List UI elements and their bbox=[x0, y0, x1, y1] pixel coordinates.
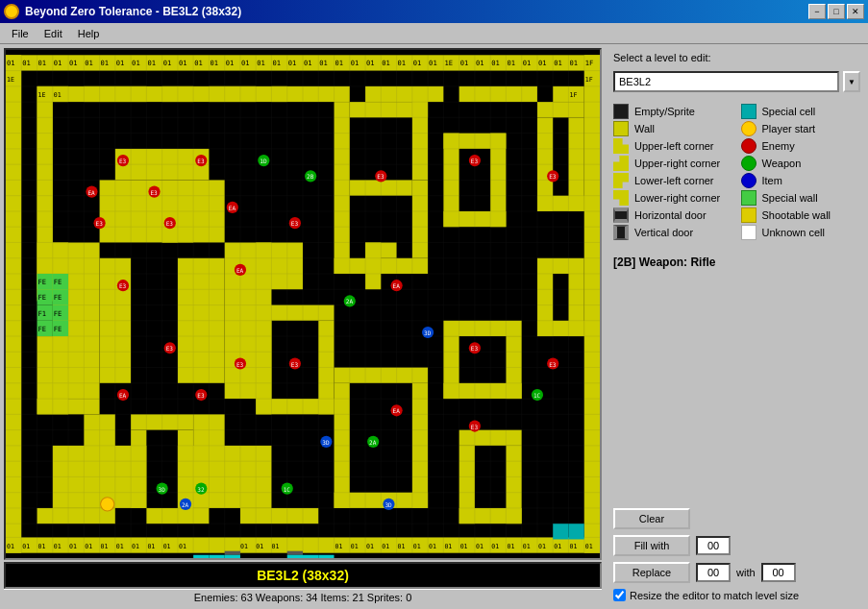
replace-row: Replace with bbox=[613, 562, 860, 583]
svg-text:01: 01 bbox=[413, 543, 421, 550]
info-text: [2B] Weapon: Rifle bbox=[613, 256, 860, 269]
legend-item-empty: Empty/Sprite bbox=[613, 104, 733, 119]
legend-label-special-wall: Special wall bbox=[762, 192, 818, 204]
minimize-button[interactable]: − bbox=[808, 4, 826, 19]
level-select[interactable]: BE3L2 bbox=[613, 71, 839, 92]
svg-text:E3: E3 bbox=[549, 173, 557, 180]
close-button[interactable]: ✕ bbox=[847, 4, 864, 19]
svg-rect-14 bbox=[365, 86, 443, 102]
map-panel: // This will be rendered as inline SVG c… bbox=[0, 44, 606, 609]
svg-text:E3: E3 bbox=[150, 189, 158, 196]
svg-rect-65 bbox=[537, 102, 584, 117]
svg-text:01: 01 bbox=[179, 543, 186, 550]
replace-value2-input[interactable] bbox=[761, 563, 796, 582]
legend-color-wall bbox=[613, 121, 629, 136]
dropdown-button[interactable]: ▼ bbox=[843, 71, 860, 92]
svg-text:2A: 2A bbox=[369, 439, 377, 446]
svg-rect-33 bbox=[412, 180, 428, 257]
fill-with-button[interactable]: Fill with bbox=[613, 535, 690, 556]
svg-text:01: 01 bbox=[460, 59, 469, 67]
svg-text:FE: FE bbox=[54, 293, 62, 302]
svg-text:01: 01 bbox=[491, 543, 499, 550]
svg-text:EA: EA bbox=[87, 189, 95, 196]
svg-text:01: 01 bbox=[163, 59, 172, 67]
maximize-button[interactable]: □ bbox=[828, 4, 845, 19]
svg-rect-10 bbox=[100, 86, 147, 102]
svg-rect-72 bbox=[537, 321, 584, 336]
svg-text:E3: E3 bbox=[197, 392, 205, 399]
resize-checkbox[interactable] bbox=[613, 589, 626, 601]
svg-text:01: 01 bbox=[256, 543, 263, 550]
svg-text:01: 01 bbox=[240, 543, 248, 550]
svg-rect-13 bbox=[271, 86, 349, 102]
svg-text:01: 01 bbox=[116, 543, 124, 550]
svg-text:32: 32 bbox=[197, 486, 205, 493]
legend-label-h-door: Horizontal door bbox=[634, 209, 707, 221]
main-content: // This will be rendered as inline SVG c… bbox=[0, 44, 868, 609]
svg-rect-187 bbox=[287, 551, 303, 555]
svg-rect-62 bbox=[37, 508, 115, 524]
fill-with-input[interactable] bbox=[696, 536, 731, 555]
svg-text:01: 01 bbox=[319, 59, 328, 67]
svg-text:3D: 3D bbox=[424, 329, 432, 336]
svg-text:1E: 1E bbox=[7, 76, 14, 84]
svg-rect-28 bbox=[256, 242, 303, 289]
title-bar-left: Beyond Zero Tolerance - BE3L2 (38x32) bbox=[4, 4, 241, 19]
svg-text:01: 01 bbox=[429, 543, 436, 550]
svg-text:01: 01 bbox=[476, 59, 484, 67]
title-bar: Beyond Zero Tolerance - BE3L2 (38x32) − … bbox=[0, 0, 868, 23]
svg-text:01: 01 bbox=[569, 543, 577, 550]
svg-text:EA: EA bbox=[119, 392, 127, 399]
svg-rect-214 bbox=[318, 555, 334, 558]
svg-text:01: 01 bbox=[554, 59, 562, 67]
svg-text:01: 01 bbox=[147, 543, 155, 550]
svg-text:1D: 1D bbox=[260, 158, 267, 164]
svg-text:01: 01 bbox=[116, 59, 125, 67]
menu-edit[interactable]: Edit bbox=[37, 26, 70, 41]
svg-text:01: 01 bbox=[444, 543, 452, 550]
replace-button[interactable]: Replace bbox=[613, 562, 690, 583]
svg-text:E3: E3 bbox=[291, 361, 299, 368]
svg-text:01: 01 bbox=[132, 59, 140, 67]
map-title: BE3L2 (38x32) bbox=[257, 568, 349, 583]
legend-label-player-start: Player start bbox=[762, 123, 816, 134]
svg-text:1F: 1F bbox=[585, 76, 593, 84]
svg-text:01: 01 bbox=[226, 59, 235, 67]
svg-text:01: 01 bbox=[7, 543, 14, 550]
map-container[interactable]: // This will be rendered as inline SVG c… bbox=[4, 48, 602, 560]
svg-text:01: 01 bbox=[257, 59, 265, 67]
svg-text:E3: E3 bbox=[377, 173, 384, 180]
svg-text:E3: E3 bbox=[471, 345, 479, 352]
svg-text:01: 01 bbox=[241, 59, 250, 67]
svg-text:2A: 2A bbox=[182, 501, 189, 508]
svg-rect-64 bbox=[240, 508, 318, 524]
svg-text:01: 01 bbox=[429, 59, 437, 67]
svg-rect-15 bbox=[459, 86, 537, 102]
legend-color-ul-corner bbox=[613, 138, 629, 154]
svg-text:FE: FE bbox=[54, 278, 62, 286]
svg-text:1C: 1C bbox=[284, 486, 291, 493]
svg-rect-9 bbox=[84, 86, 99, 102]
legend-item-enemy: Enemy bbox=[741, 138, 861, 154]
svg-text:F1: F1 bbox=[38, 309, 47, 318]
menu-help[interactable]: Help bbox=[70, 26, 108, 41]
svg-rect-204 bbox=[193, 555, 209, 558]
legend-label-wall: Wall bbox=[634, 123, 655, 134]
app-icon bbox=[4, 4, 19, 19]
legend-label-ll-corner: Lower-left corner bbox=[634, 175, 714, 186]
legend-color-unknown bbox=[741, 225, 756, 240]
svg-rect-3 bbox=[6, 55, 21, 552]
svg-text:01: 01 bbox=[210, 59, 218, 67]
menu-file[interactable]: File bbox=[4, 26, 37, 41]
svg-text:EA: EA bbox=[236, 267, 244, 274]
svg-text:01: 01 bbox=[85, 543, 92, 550]
svg-text:01: 01 bbox=[476, 543, 484, 550]
replace-value1-input[interactable] bbox=[696, 563, 731, 582]
clear-button[interactable]: Clear bbox=[613, 508, 690, 529]
legend-color-player-start bbox=[741, 121, 756, 136]
resize-checkbox-label: Resize the editor to match level size bbox=[630, 590, 799, 601]
resize-checkbox-row: Resize the editor to match level size bbox=[613, 589, 860, 601]
svg-text:EA: EA bbox=[393, 282, 401, 289]
legend-color-special-wall bbox=[741, 190, 756, 206]
svg-rect-208 bbox=[225, 555, 240, 558]
